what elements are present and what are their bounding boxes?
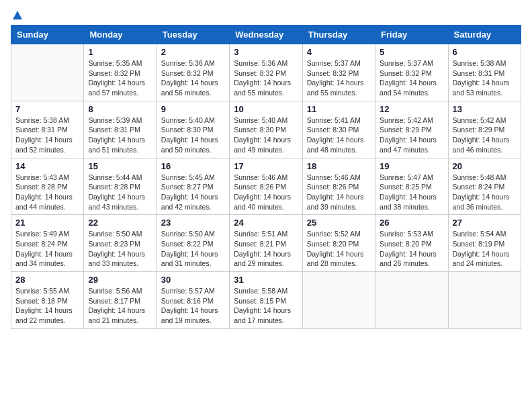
day-info: Sunrise: 5:50 AM Sunset: 8:22 PM Dayligh… bbox=[161, 229, 225, 269]
calendar-week-row: 7Sunrise: 5:38 AM Sunset: 8:31 PM Daylig… bbox=[11, 101, 521, 158]
day-number: 27 bbox=[453, 218, 517, 228]
calendar-cell: 8Sunrise: 5:39 AM Sunset: 8:31 PM Daylig… bbox=[84, 101, 157, 158]
day-info: Sunrise: 5:50 AM Sunset: 8:23 PM Dayligh… bbox=[88, 229, 152, 269]
day-info: Sunrise: 5:44 AM Sunset: 8:28 PM Dayligh… bbox=[88, 173, 152, 212]
day-number: 14 bbox=[15, 161, 79, 171]
calendar-cell: 25Sunrise: 5:52 AM Sunset: 8:20 PM Dayli… bbox=[302, 215, 375, 272]
calendar-cell bbox=[448, 272, 521, 329]
calendar-cell: 27Sunrise: 5:54 AM Sunset: 8:19 PM Dayli… bbox=[448, 215, 521, 272]
day-info: Sunrise: 5:40 AM Sunset: 8:30 PM Dayligh… bbox=[234, 116, 298, 155]
day-number: 28 bbox=[15, 275, 79, 285]
day-info: Sunrise: 5:54 AM Sunset: 8:19 PM Dayligh… bbox=[453, 229, 517, 269]
day-number: 18 bbox=[307, 161, 371, 171]
day-info: Sunrise: 5:56 AM Sunset: 8:17 PM Dayligh… bbox=[88, 286, 152, 326]
day-number: 29 bbox=[88, 275, 152, 285]
calendar-week-row: 21Sunrise: 5:49 AM Sunset: 8:24 PM Dayli… bbox=[11, 215, 521, 272]
calendar-cell: 11Sunrise: 5:41 AM Sunset: 8:30 PM Dayli… bbox=[302, 101, 375, 158]
day-info: Sunrise: 5:57 AM Sunset: 8:16 PM Dayligh… bbox=[161, 286, 225, 326]
day-info: Sunrise: 5:42 AM Sunset: 8:29 PM Dayligh… bbox=[380, 116, 443, 155]
day-info: Sunrise: 5:43 AM Sunset: 8:28 PM Dayligh… bbox=[15, 173, 79, 212]
day-info: Sunrise: 5:38 AM Sunset: 8:31 PM Dayligh… bbox=[15, 116, 79, 155]
day-number: 30 bbox=[161, 275, 225, 285]
calendar-cell: 16Sunrise: 5:45 AM Sunset: 8:27 PM Dayli… bbox=[157, 158, 229, 215]
day-number: 11 bbox=[307, 104, 371, 114]
calendar-cell: 9Sunrise: 5:40 AM Sunset: 8:30 PM Daylig… bbox=[157, 101, 229, 158]
day-info: Sunrise: 5:47 AM Sunset: 8:25 PM Dayligh… bbox=[380, 173, 443, 212]
day-info: Sunrise: 5:42 AM Sunset: 8:29 PM Dayligh… bbox=[453, 116, 517, 155]
day-number: 2 bbox=[161, 47, 225, 57]
day-number: 16 bbox=[161, 161, 225, 171]
calendar-header-wednesday: Wednesday bbox=[230, 26, 302, 44]
calendar-header-monday: Monday bbox=[84, 26, 157, 44]
calendar-cell: 12Sunrise: 5:42 AM Sunset: 8:29 PM Dayli… bbox=[375, 101, 448, 158]
calendar-cell: 30Sunrise: 5:57 AM Sunset: 8:16 PM Dayli… bbox=[157, 272, 229, 329]
calendar-cell: 1Sunrise: 5:35 AM Sunset: 8:32 PM Daylig… bbox=[84, 44, 157, 101]
calendar-cell: 18Sunrise: 5:46 AM Sunset: 8:26 PM Dayli… bbox=[302, 158, 375, 215]
page-header bbox=[11, 11, 521, 19]
calendar-header-row: SundayMondayTuesdayWednesdayThursdayFrid… bbox=[11, 26, 521, 44]
day-info: Sunrise: 5:53 AM Sunset: 8:20 PM Dayligh… bbox=[380, 229, 443, 269]
day-number: 6 bbox=[453, 47, 517, 57]
calendar-header-thursday: Thursday bbox=[302, 26, 375, 44]
day-info: Sunrise: 5:38 AM Sunset: 8:31 PM Dayligh… bbox=[453, 58, 517, 98]
day-info: Sunrise: 5:40 AM Sunset: 8:30 PM Dayligh… bbox=[161, 116, 225, 155]
calendar-week-row: 1Sunrise: 5:35 AM Sunset: 8:32 PM Daylig… bbox=[11, 44, 521, 101]
calendar-cell: 14Sunrise: 5:43 AM Sunset: 8:28 PM Dayli… bbox=[11, 158, 84, 215]
day-info: Sunrise: 5:48 AM Sunset: 8:24 PM Dayligh… bbox=[453, 173, 517, 212]
day-number: 20 bbox=[453, 161, 517, 171]
day-info: Sunrise: 5:51 AM Sunset: 8:21 PM Dayligh… bbox=[234, 229, 298, 269]
calendar-cell: 28Sunrise: 5:55 AM Sunset: 8:18 PM Dayli… bbox=[11, 272, 84, 329]
day-info: Sunrise: 5:46 AM Sunset: 8:26 PM Dayligh… bbox=[234, 173, 298, 212]
day-number: 17 bbox=[234, 161, 298, 171]
calendar-cell: 20Sunrise: 5:48 AM Sunset: 8:24 PM Dayli… bbox=[448, 158, 521, 215]
calendar-cell bbox=[375, 272, 448, 329]
day-info: Sunrise: 5:36 AM Sunset: 8:32 PM Dayligh… bbox=[234, 58, 298, 98]
calendar-week-row: 28Sunrise: 5:55 AM Sunset: 8:18 PM Dayli… bbox=[11, 272, 521, 329]
day-number: 4 bbox=[307, 47, 371, 57]
day-info: Sunrise: 5:36 AM Sunset: 8:32 PM Dayligh… bbox=[161, 58, 225, 98]
calendar-week-row: 14Sunrise: 5:43 AM Sunset: 8:28 PM Dayli… bbox=[11, 158, 521, 215]
calendar-cell: 19Sunrise: 5:47 AM Sunset: 8:25 PM Dayli… bbox=[375, 158, 448, 215]
day-number: 8 bbox=[88, 104, 152, 114]
calendar-cell: 22Sunrise: 5:50 AM Sunset: 8:23 PM Dayli… bbox=[84, 215, 157, 272]
day-number: 31 bbox=[234, 275, 298, 285]
day-number: 26 bbox=[380, 218, 443, 228]
calendar-cell: 21Sunrise: 5:49 AM Sunset: 8:24 PM Dayli… bbox=[11, 215, 84, 272]
day-number: 13 bbox=[453, 104, 517, 114]
logo-triangle-icon bbox=[13, 11, 22, 19]
day-number: 23 bbox=[161, 218, 225, 228]
calendar-cell: 7Sunrise: 5:38 AM Sunset: 8:31 PM Daylig… bbox=[11, 101, 84, 158]
calendar-cell: 31Sunrise: 5:58 AM Sunset: 8:15 PM Dayli… bbox=[230, 272, 302, 329]
calendar-cell: 24Sunrise: 5:51 AM Sunset: 8:21 PM Dayli… bbox=[230, 215, 302, 272]
day-info: Sunrise: 5:41 AM Sunset: 8:30 PM Dayligh… bbox=[307, 116, 371, 155]
day-info: Sunrise: 5:58 AM Sunset: 8:15 PM Dayligh… bbox=[234, 286, 298, 326]
day-number: 5 bbox=[380, 47, 443, 57]
logo bbox=[11, 11, 22, 19]
calendar-cell: 15Sunrise: 5:44 AM Sunset: 8:28 PM Dayli… bbox=[84, 158, 157, 215]
day-info: Sunrise: 5:49 AM Sunset: 8:24 PM Dayligh… bbox=[15, 229, 79, 269]
calendar-cell: 10Sunrise: 5:40 AM Sunset: 8:30 PM Dayli… bbox=[230, 101, 302, 158]
calendar-cell: 3Sunrise: 5:36 AM Sunset: 8:32 PM Daylig… bbox=[230, 44, 302, 101]
day-number: 7 bbox=[15, 104, 79, 114]
day-info: Sunrise: 5:35 AM Sunset: 8:32 PM Dayligh… bbox=[88, 58, 152, 98]
day-number: 19 bbox=[380, 161, 443, 171]
day-number: 12 bbox=[380, 104, 443, 114]
day-info: Sunrise: 5:55 AM Sunset: 8:18 PM Dayligh… bbox=[15, 286, 79, 326]
calendar-cell: 17Sunrise: 5:46 AM Sunset: 8:26 PM Dayli… bbox=[230, 158, 302, 215]
calendar-cell: 4Sunrise: 5:37 AM Sunset: 8:32 PM Daylig… bbox=[302, 44, 375, 101]
calendar-cell: 6Sunrise: 5:38 AM Sunset: 8:31 PM Daylig… bbox=[448, 44, 521, 101]
day-number: 15 bbox=[88, 161, 152, 171]
calendar-header-tuesday: Tuesday bbox=[157, 26, 229, 44]
day-info: Sunrise: 5:37 AM Sunset: 8:32 PM Dayligh… bbox=[380, 58, 443, 98]
day-number: 24 bbox=[234, 218, 298, 228]
day-number: 25 bbox=[307, 218, 371, 228]
day-number: 10 bbox=[234, 104, 298, 114]
day-info: Sunrise: 5:37 AM Sunset: 8:32 PM Dayligh… bbox=[307, 58, 371, 98]
day-number: 9 bbox=[161, 104, 225, 114]
calendar-cell: 23Sunrise: 5:50 AM Sunset: 8:22 PM Dayli… bbox=[157, 215, 229, 272]
day-number: 21 bbox=[15, 218, 79, 228]
calendar-cell bbox=[302, 272, 375, 329]
calendar-header-friday: Friday bbox=[375, 26, 448, 44]
calendar-cell: 5Sunrise: 5:37 AM Sunset: 8:32 PM Daylig… bbox=[375, 44, 448, 101]
calendar-header-saturday: Saturday bbox=[448, 26, 521, 44]
